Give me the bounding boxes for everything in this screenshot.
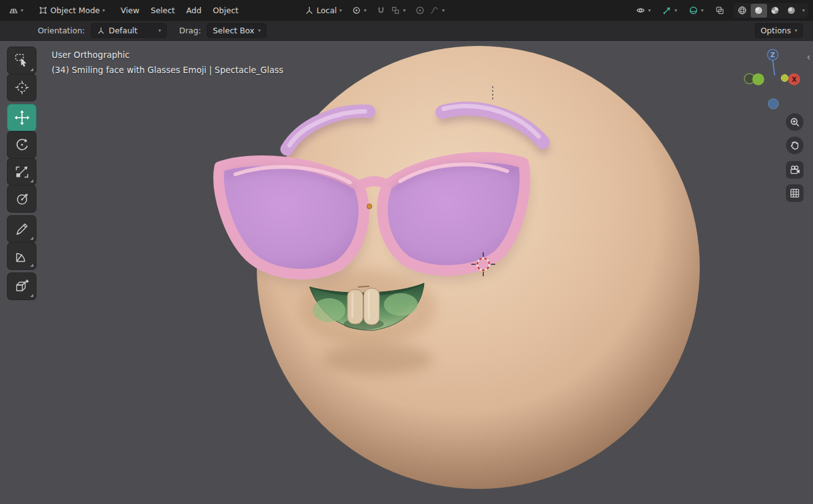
- gizmos-toggle-dropdown[interactable]: ▾: [658, 3, 681, 18]
- upper-lip-crease: [359, 286, 369, 287]
- shading-wireframe-button[interactable]: [734, 4, 751, 18]
- proportional-editing-toggle[interactable]: [412, 3, 426, 18]
- chin-shadow: [322, 344, 433, 374]
- tool-move[interactable]: [8, 104, 36, 131]
- solid-sphere-icon: [754, 6, 763, 15]
- chevron-down-icon: ▾: [364, 8, 366, 13]
- camera-view-button[interactable]: [786, 161, 804, 179]
- gizmo-z-label: Z: [770, 52, 775, 59]
- viewport-3d[interactable]: User Orthographic (34) Smiling face with…: [0, 41, 813, 504]
- pan-hand-button[interactable]: [786, 137, 804, 154]
- show-gizmos-dropdown[interactable]: ▾: [632, 3, 654, 18]
- camera-icon: [789, 164, 800, 176]
- orientation-label: Orientation:: [38, 26, 85, 35]
- navigation-gizmo[interactable]: Z X: [741, 49, 810, 112]
- tool-transform[interactable]: [8, 186, 36, 212]
- tool-add-cube[interactable]: [8, 273, 36, 300]
- menu-select[interactable]: Select: [145, 3, 181, 18]
- subtool-indicator: [30, 179, 33, 182]
- options-label: Options: [761, 26, 791, 35]
- mode-label: Object Mode: [50, 6, 100, 15]
- orientation-value: Local: [317, 6, 337, 15]
- chevron-down-icon: ▾: [103, 8, 105, 13]
- tool-tweak-select[interactable]: [8, 47, 36, 74]
- object-mode-icon: [38, 6, 48, 15]
- menu-view[interactable]: View: [115, 3, 145, 18]
- scale-tool-icon: [14, 164, 30, 180]
- drag-mode-value: Select Box: [213, 26, 254, 35]
- tool-cursor[interactable]: [8, 74, 36, 101]
- xray-icon: [715, 6, 725, 15]
- right-lens: [383, 157, 525, 271]
- show-overlays-dropdown[interactable]: ▾: [685, 3, 707, 18]
- tool-measure[interactable]: [8, 243, 36, 269]
- tool-rotate[interactable]: [8, 132, 36, 158]
- tool-annotate[interactable]: [8, 216, 36, 242]
- subtool-indicator: [30, 294, 33, 297]
- chevron-down-icon: ▾: [403, 8, 405, 13]
- snap-magnet-toggle[interactable]: [373, 3, 387, 18]
- sidebar-collapse-arrow[interactable]: ‹: [807, 52, 810, 63]
- header-right-cluster: ▾ ▾ ▾: [632, 3, 808, 18]
- drag-label: Drag:: [179, 26, 201, 35]
- tool-shelf: [8, 47, 36, 300]
- chevron-down-icon: ▾: [675, 8, 677, 13]
- nose-pad-dot: [367, 204, 372, 209]
- orientation-default-value: Default: [109, 26, 155, 35]
- menu-object[interactable]: Object: [207, 3, 244, 18]
- options-dropdown[interactable]: Options ▾: [755, 23, 803, 38]
- magnifier-plus-icon: [789, 116, 800, 128]
- orientation-default-dropdown[interactable]: Default ▾: [91, 23, 167, 38]
- gizmo-z-neg-axis[interactable]: [768, 99, 778, 109]
- eye-icon: [636, 6, 646, 15]
- transform-tool-icon: [14, 191, 30, 207]
- annotate-pencil-icon: [14, 221, 30, 237]
- material-sphere-icon: [770, 6, 780, 15]
- tool-scale[interactable]: [8, 159, 36, 185]
- shading-solid-button[interactable]: [751, 4, 767, 18]
- shading-material-button[interactable]: [767, 4, 783, 18]
- emoji-head-model[interactable]: [219, 46, 700, 489]
- orientation-axes-icon: [97, 26, 105, 35]
- chevron-down-icon[interactable]: ▾: [800, 8, 807, 13]
- add-cube-icon: [14, 278, 30, 294]
- proportional-falloff-dropdown[interactable]: ▾: [429, 3, 448, 18]
- hand-icon: [789, 140, 800, 151]
- subtool-indicator: [30, 68, 33, 71]
- move-tool-icon: [14, 109, 30, 126]
- chevron-down-icon: ▾: [21, 8, 23, 13]
- chevron-down-icon: ▾: [701, 8, 704, 13]
- gizmo-arrow-icon: [662, 6, 672, 15]
- subtool-indicator: [30, 264, 33, 267]
- rotate-tool-icon: [14, 137, 30, 153]
- gizmo-x-label: X: [792, 76, 797, 83]
- viewport-scene: [0, 41, 813, 504]
- cursor-tool-icon: [14, 79, 30, 96]
- gizmo-y-axis[interactable]: [753, 74, 765, 86]
- active-object-text: (34) Smiling face with Glasses Emoji | S…: [52, 63, 283, 78]
- menu-add[interactable]: Add: [181, 3, 207, 18]
- grid-icon: [789, 188, 800, 199]
- pivot-point-dropdown[interactable]: ▾: [348, 3, 370, 18]
- drag-mode-dropdown[interactable]: Select Box ▾: [207, 23, 266, 38]
- snap-target-dropdown[interactable]: ▾: [390, 3, 409, 18]
- view-menus: View Select Add Object: [115, 3, 244, 18]
- xray-toggle[interactable]: [711, 3, 729, 18]
- gizmo-small-axis[interactable]: [782, 75, 788, 82]
- chevron-down-icon: ▾: [442, 8, 444, 13]
- editor-type-dropdown[interactable]: ▾: [5, 3, 27, 18]
- chevron-down-icon: ▾: [258, 28, 261, 33]
- chevron-down-icon: ▾: [339, 8, 342, 13]
- tool-settings-bar: Orientation: Default ▾ Drag: Select Box …: [0, 21, 813, 41]
- mode-dropdown[interactable]: Object Mode ▾: [35, 3, 109, 18]
- transform-orientation-dropdown[interactable]: Local ▾: [301, 3, 345, 18]
- toggle-ortho-button[interactable]: [786, 184, 804, 202]
- chevron-down-icon: ▾: [159, 28, 161, 33]
- snap-target-icon: [391, 6, 400, 15]
- wireframe-sphere-icon: [737, 6, 747, 15]
- magnet-icon: [376, 6, 386, 15]
- shading-rendered-button[interactable]: [783, 4, 800, 18]
- falloff-curve-icon: [430, 6, 439, 15]
- zoom-button[interactable]: [786, 113, 804, 131]
- rendered-sphere-icon: [787, 6, 796, 15]
